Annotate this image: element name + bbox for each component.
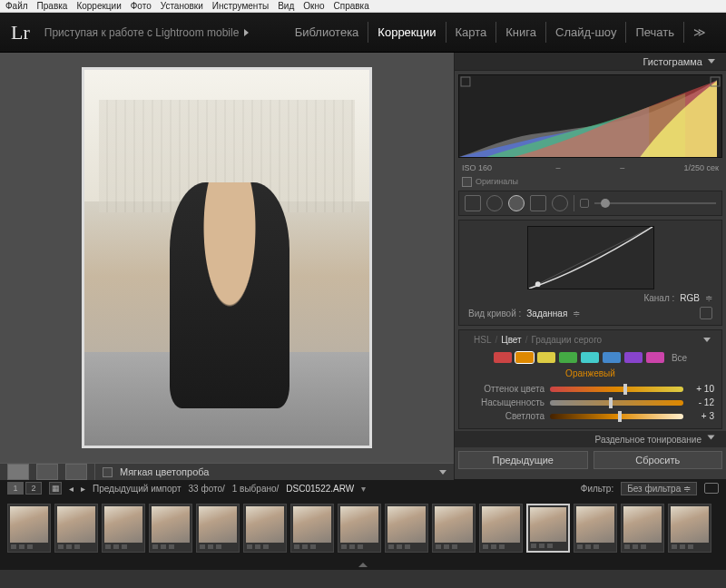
thumbnail[interactable]: [243, 504, 287, 553]
filmstrip[interactable]: [0, 497, 726, 559]
module-slideshow[interactable]: Слайд-шоу: [545, 22, 625, 43]
svg-line-2: [529, 227, 652, 289]
grid-view-icon[interactable]: ▦: [49, 482, 62, 495]
radial-tool-icon[interactable]: [552, 195, 568, 211]
thumbnail[interactable]: [526, 504, 570, 553]
histogram-panel-header[interactable]: Гистограмма: [455, 53, 726, 71]
curvetype-label: Вид кривой :: [468, 309, 521, 318]
reset-button[interactable]: Сбросить: [594, 451, 723, 469]
loupe-view-button[interactable]: [7, 464, 29, 480]
main-photo: [82, 67, 372, 448]
module-develop[interactable]: Коррекции: [368, 22, 445, 43]
previous-button[interactable]: Предыдущие: [458, 451, 588, 469]
menu-help[interactable]: Справка: [334, 1, 369, 11]
monitor-toggle: 1 2: [7, 482, 42, 495]
thumbnail[interactable]: [196, 504, 240, 553]
all-colors-button[interactable]: Все: [672, 353, 687, 363]
before-after-button[interactable]: [36, 464, 58, 480]
tool-slider[interactable]: [594, 202, 716, 204]
histogram-meta: ISO 160 – – 1/250 сек: [455, 162, 726, 174]
menu-file[interactable]: Файл: [5, 1, 28, 11]
photo-viewport[interactable]: [0, 53, 454, 463]
tab-bw[interactable]: Градации серого: [531, 335, 602, 345]
menu-develop[interactable]: Коррекции: [76, 1, 121, 11]
thumbnail[interactable]: [54, 504, 98, 553]
thumbnail[interactable]: [149, 504, 192, 553]
slider-value: - 12: [689, 397, 714, 407]
filmstrip-collapse[interactable]: [0, 559, 726, 570]
slider-label: Насыщенность: [466, 397, 544, 407]
channel-value[interactable]: RGB: [680, 293, 700, 303]
chevron-down-icon: [708, 59, 715, 64]
module-book[interactable]: Книга: [495, 22, 545, 43]
color-swatch-1[interactable]: [515, 352, 534, 363]
monitor-1[interactable]: 1: [7, 482, 24, 495]
color-swatch-0[interactable]: [494, 352, 512, 363]
menu-window[interactable]: Окно: [303, 1, 324, 11]
thumbnail[interactable]: [102, 504, 145, 553]
selected-count: 1 выбрано/: [232, 484, 280, 494]
panel-bottom-buttons: Предыдущие Сбросить: [455, 447, 726, 473]
thumbnail[interactable]: [338, 504, 381, 553]
gradient-tool-icon[interactable]: [530, 195, 546, 211]
chevron-down-icon: [703, 338, 711, 342]
menu-tools[interactable]: Инструменты: [212, 1, 269, 11]
thumbnail[interactable]: [574, 504, 617, 553]
thumbnail[interactable]: [479, 504, 523, 553]
module-more[interactable]: ≫: [683, 22, 715, 43]
svg-rect-0: [461, 77, 470, 86]
tonecurve-panel: Канал : RGB ≑ Вид кривой : Заданная ≑: [458, 220, 722, 326]
slider-track[interactable]: [550, 387, 683, 392]
histogram-title: Гистограмма: [643, 56, 702, 67]
thumbnail[interactable]: [290, 504, 334, 553]
tonecurve-graph[interactable]: [527, 226, 654, 289]
color-swatch-4[interactable]: [581, 352, 599, 363]
thumbnail[interactable]: [432, 504, 476, 553]
slider-value: + 3: [689, 411, 714, 421]
filter-preset-dropdown[interactable]: Без фильтра ≑: [621, 482, 697, 495]
redeye-tool-icon[interactable]: [508, 195, 525, 211]
menu-view[interactable]: Вид: [278, 1, 294, 11]
menu-edit[interactable]: Правка: [37, 1, 68, 11]
filter-lock-icon[interactable]: [704, 483, 719, 494]
channel-label: Канал :: [643, 293, 674, 303]
module-library[interactable]: Библиотека: [286, 22, 368, 43]
toolbar-collapse-icon[interactable]: [439, 470, 446, 475]
lightroom-mobile-link[interactable]: Приступая к работе с Lightroom mobile: [44, 26, 286, 39]
color-swatch-2[interactable]: [537, 352, 555, 363]
curvetype-value[interactable]: Заданная: [526, 309, 567, 318]
color-swatch-7[interactable]: [646, 352, 664, 363]
nav-back-icon[interactable]: ◂: [69, 484, 74, 494]
histogram-chart[interactable]: [458, 74, 722, 158]
color-swatch-3[interactable]: [559, 352, 577, 363]
module-print[interactable]: Печать: [625, 22, 683, 43]
module-map[interactable]: Карта: [446, 22, 496, 43]
thumbnail[interactable]: [7, 504, 51, 553]
monitor-2[interactable]: 2: [25, 482, 42, 495]
thumbnail[interactable]: [621, 504, 664, 553]
color-swatch-5[interactable]: [603, 352, 621, 363]
menu-photo[interactable]: Фото: [131, 1, 152, 11]
tab-color[interactable]: Цвет: [501, 335, 521, 345]
module-switcher: Библиотека Коррекции Карта Книга Слайд-ш…: [286, 22, 715, 43]
color-swatch-6[interactable]: [624, 352, 643, 363]
filmstrip-info-bar: 1 2 ▦ ◂ ▸ Предыдущий импорт 33 фото/ 1 в…: [0, 479, 726, 497]
tab-hsl[interactable]: HSL: [474, 335, 491, 345]
crop-tool-icon[interactable]: [465, 195, 481, 211]
point-curve-toggle-icon[interactable]: [700, 307, 712, 319]
thumbnail[interactable]: [385, 504, 428, 553]
source-label[interactable]: Предыдущий импорт: [93, 484, 182, 494]
thumbnail[interactable]: [668, 504, 711, 553]
chevron-right-icon: [244, 29, 252, 36]
softproof-checkbox[interactable]: [103, 467, 113, 477]
originals-checkbox[interactable]: [462, 177, 472, 187]
split-toning-header[interactable]: Раздельное тонирование: [455, 431, 726, 447]
menu-settings[interactable]: Установки: [161, 1, 203, 11]
spot-tool-icon[interactable]: [486, 195, 503, 211]
slider-track[interactable]: [550, 400, 683, 406]
app-header: Lr Приступая к работе с Lightroom mobile…: [0, 13, 726, 53]
compare-button[interactable]: [65, 464, 87, 480]
svg-point-3: [535, 281, 540, 287]
slider-track[interactable]: [550, 414, 683, 419]
nav-fwd-icon[interactable]: ▸: [81, 484, 85, 494]
